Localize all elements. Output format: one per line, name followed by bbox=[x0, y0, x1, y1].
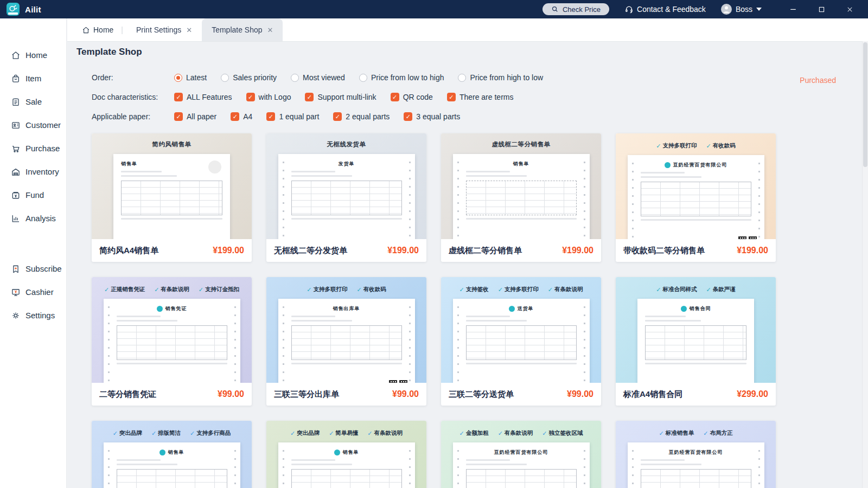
checkbox-option-1-equal-part[interactable]: ✓1 equal part bbox=[266, 112, 319, 121]
option-label: 1 equal part bbox=[279, 112, 319, 121]
checkbox-option-qr-code[interactable]: ✓QR code bbox=[391, 93, 433, 101]
template-card[interactable]: ✓支持签收✓支持多联打印✓有条款说明送货单三联二等分送货单¥99.00 bbox=[441, 277, 601, 406]
sidebar-item-sale[interactable]: Sale bbox=[0, 90, 66, 113]
radio-button[interactable] bbox=[174, 74, 182, 82]
feature-badge: ✓支持多联打印 bbox=[307, 286, 347, 293]
sidebar-item-analysis[interactable]: Analysis bbox=[0, 207, 66, 230]
contact-feedback-button[interactable]: Contact & Feedback bbox=[624, 5, 706, 14]
qr-code-icon bbox=[738, 236, 757, 239]
checkbox-option-2-equal-parts[interactable]: ✓2 equal parts bbox=[333, 112, 390, 121]
preview-badges: ✓突出品牌✓简单易懂✓有条款说明 bbox=[266, 421, 426, 437]
sidebar-item-purchase[interactable]: Purchase bbox=[0, 137, 66, 160]
template-preview: ✓支持多联打印✓有收款码豆奶经营百货有限公司 bbox=[616, 133, 776, 239]
checkbox[interactable]: ✓ bbox=[404, 112, 412, 121]
sidebar-item-inventory[interactable]: Inventory bbox=[0, 160, 66, 183]
option-label: 3 equal parts bbox=[416, 112, 460, 121]
document-mockup: 销售出库单 bbox=[278, 299, 415, 383]
sidebar-item-fund[interactable]: Fund bbox=[0, 183, 66, 207]
template-card[interactable]: ✓支持多联打印✓有收款码豆奶经营百货有限公司带收款码二等分销售单¥199.00 bbox=[616, 133, 776, 262]
option-label: Support multi-link bbox=[317, 93, 376, 101]
radio-button[interactable] bbox=[291, 74, 299, 82]
radio-option-most-viewed[interactable]: Most viewed bbox=[291, 73, 345, 82]
sidebar-item-cashier[interactable]: Cashier bbox=[0, 280, 66, 304]
filter-options: ✓All paper✓A4✓1 equal part✓2 equal parts… bbox=[174, 112, 460, 121]
feature-badge: ✓标准合同样式 bbox=[656, 286, 697, 293]
template-preview: ✓金额加粗✓有条款说明✓独立签收区域豆奶经营百货有限公司 bbox=[441, 421, 601, 488]
card-price: ¥99.00 bbox=[218, 389, 244, 399]
tab-close-icon[interactable]: ✕ bbox=[267, 26, 273, 34]
sidebar-item-home[interactable]: Home bbox=[0, 43, 66, 67]
cash-monitor-icon bbox=[11, 287, 21, 297]
check-price-button[interactable]: Check Price bbox=[542, 3, 609, 15]
clipboard-icon bbox=[11, 97, 21, 107]
template-card[interactable]: ✓标准合同样式✓条款严谨销售合同标准A4销售合同¥299.00 bbox=[616, 277, 776, 406]
radio-option-price-from-low-to-high[interactable]: Price from low to high bbox=[359, 73, 444, 82]
checkbox-option-a4[interactable]: ✓A4 bbox=[231, 112, 252, 121]
check-icon: ✓ bbox=[190, 430, 195, 437]
doc-title: 豆奶经营百货有限公司 bbox=[673, 162, 727, 169]
document-mockup: 发货单 bbox=[278, 154, 415, 239]
template-card[interactable]: 虚线框二等分销售单销售单虚线框二等分销售单¥199.00 bbox=[441, 133, 601, 262]
maximize-button[interactable] bbox=[816, 4, 827, 15]
sidebar-item-subscribe[interactable]: Subscribe bbox=[0, 257, 66, 280]
checkbox[interactable]: ✓ bbox=[174, 93, 183, 101]
checkbox[interactable]: ✓ bbox=[305, 93, 314, 101]
sidebar-item-customer[interactable]: Customer bbox=[0, 113, 66, 137]
minimize-button[interactable] bbox=[788, 4, 799, 15]
template-card[interactable]: ✓突出品牌✓简单易懂✓有条款说明销售单 bbox=[266, 421, 426, 488]
doc-logo-icon bbox=[681, 306, 687, 312]
checkbox-option-all-paper[interactable]: ✓All paper bbox=[174, 112, 216, 121]
doc-logo-icon bbox=[665, 162, 671, 168]
template-card[interactable]: ✓支持多联打印✓有收款码销售出库单三联三等分出库单¥99.00 bbox=[266, 277, 426, 406]
checkbox-option-support-multi-link[interactable]: ✓Support multi-link bbox=[305, 93, 376, 101]
template-card[interactable]: ✓突出品牌✓排版简洁✓支持多行商品销售单 bbox=[92, 421, 252, 488]
doc-table bbox=[121, 181, 222, 215]
purchased-link[interactable]: Purchased bbox=[800, 76, 836, 85]
preview-badges: ✓标准合同样式✓条款严谨 bbox=[616, 277, 776, 293]
checkbox[interactable]: ✓ bbox=[447, 93, 456, 101]
radio-button[interactable] bbox=[359, 74, 367, 82]
template-card[interactable]: 无框线发货单发货单无框线二等分发货单¥199.00 bbox=[266, 133, 426, 262]
badge-label: 支持签收 bbox=[466, 286, 489, 293]
radio-button[interactable] bbox=[221, 74, 229, 82]
radio-option-sales-priority[interactable]: Sales priority bbox=[221, 73, 277, 82]
preview-heading: 简约风销售单 bbox=[92, 133, 252, 149]
template-card[interactable]: 简约风销售单销售单简约风A4销售单¥199.00 bbox=[92, 133, 252, 262]
user-menu[interactable]: Boss bbox=[721, 4, 762, 15]
scrollbar[interactable] bbox=[862, 41, 868, 488]
doc-title: 销售凭证 bbox=[165, 305, 187, 312]
checkbox[interactable]: ✓ bbox=[174, 112, 183, 121]
checkbox[interactable]: ✓ bbox=[391, 93, 399, 101]
template-preview: ✓标准销售单✓布局方正豆奶经营百货有限公司 bbox=[616, 421, 776, 488]
tab-print-settings[interactable]: Print Settings✕ bbox=[126, 18, 202, 41]
radio-button[interactable] bbox=[458, 74, 466, 82]
check-icon: ✓ bbox=[659, 430, 664, 437]
template-card[interactable]: ✓金额加粗✓有条款说明✓独立签收区域豆奶经营百货有限公司 bbox=[441, 421, 601, 488]
checkbox[interactable]: ✓ bbox=[333, 112, 342, 121]
radio-option-price-from-high-to-low[interactable]: Price from high to low bbox=[458, 73, 543, 82]
tab-template-shop[interactable]: Template Shop✕ bbox=[202, 18, 283, 41]
sidebar-item-settings[interactable]: Settings bbox=[0, 304, 66, 327]
tab-home[interactable]: Home bbox=[67, 25, 121, 34]
checkbox[interactable]: ✓ bbox=[246, 93, 255, 101]
checkbox-option-all-features[interactable]: ✓ALL Features bbox=[174, 93, 232, 101]
template-preview: ✓标准合同样式✓条款严谨销售合同 bbox=[616, 277, 776, 383]
badge-label: 有收款码 bbox=[713, 142, 736, 150]
badge-label: 有条款说明 bbox=[161, 286, 189, 293]
checkbox-option-there-are-terms[interactable]: ✓There are terms bbox=[447, 93, 514, 101]
checkbox[interactable]: ✓ bbox=[231, 112, 239, 121]
sidebar-item-item[interactable]: Item bbox=[0, 67, 66, 90]
radio-option-latest[interactable]: Latest bbox=[174, 73, 207, 82]
checkbox[interactable]: ✓ bbox=[266, 112, 275, 121]
close-button[interactable] bbox=[844, 4, 855, 15]
checkbox-option-3-equal-parts[interactable]: ✓3 equal parts bbox=[404, 112, 460, 121]
template-card[interactable]: ✓标准销售单✓布局方正豆奶经营百货有限公司 bbox=[616, 421, 776, 488]
badge-label: 简单易懂 bbox=[335, 429, 358, 437]
template-card[interactable]: ✓正规销售凭证✓有条款说明✓支持订金抵扣销售凭证二等分销售凭证¥99.00 bbox=[92, 277, 252, 406]
card-price: ¥199.00 bbox=[737, 246, 768, 255]
tab-label: Home bbox=[93, 25, 113, 34]
tab-close-icon[interactable]: ✕ bbox=[186, 26, 192, 34]
checkbox-option-with-logo[interactable]: ✓with Logo bbox=[246, 93, 291, 101]
scrollbar-thumb[interactable] bbox=[863, 42, 867, 167]
contact-feedback-label: Contact & Feedback bbox=[637, 5, 706, 14]
